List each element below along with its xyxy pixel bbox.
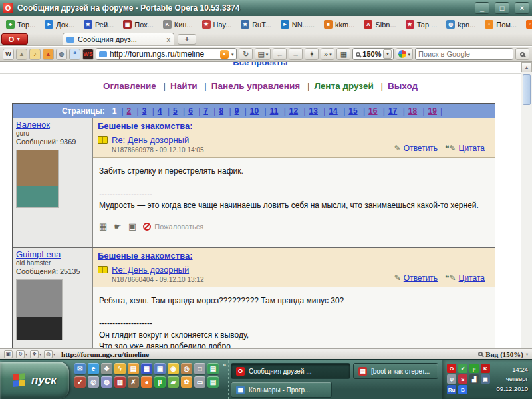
outlook-express-icon[interactable]: ✉ [74, 363, 86, 374]
sync-icon[interactable]: ↻ [16, 350, 25, 358]
page-link[interactable]: 16 [368, 106, 377, 116]
forum-nav-link[interactable]: Панель управления [211, 81, 300, 91]
zoom-control[interactable]: 150% ▾ [352, 48, 394, 60]
page-link[interactable]: 10 [250, 106, 259, 116]
bookmark-item[interactable]: ■ kkm... [324, 20, 354, 29]
forum-nav-link[interactable]: Лента друзей [314, 81, 373, 91]
forum-nav-link[interactable]: Найти [170, 81, 197, 91]
page-link[interactable]: 8 [219, 106, 223, 116]
page-link[interactable]: 4 [158, 106, 162, 116]
scrollbar-thumb[interactable] [523, 74, 531, 105]
bookmark-item[interactable]: ◍ kpn... [446, 20, 475, 29]
page-link[interactable]: 2 [127, 106, 132, 116]
page-link[interactable]: 7 [203, 106, 208, 116]
wand-button[interactable]: ✶ [305, 48, 319, 60]
fire-icon[interactable]: ▲ [43, 49, 54, 60]
rss-icon[interactable] [220, 50, 229, 59]
page-link[interactable]: 18 [408, 106, 417, 116]
taskbar-window-document[interactable]: ▤ [boot и как стерет... [353, 363, 438, 379]
forum-nav-link[interactable]: Выход [388, 81, 418, 91]
back-button[interactable]: ← [273, 48, 287, 60]
excel-doc2-icon[interactable]: ▤ [207, 376, 219, 388]
cd-icon[interactable]: ◎ [88, 376, 99, 388]
page-link[interactable]: 5 [173, 106, 178, 116]
page-link[interactable]: 9 [235, 106, 239, 116]
address-bar[interactable]: http://forum.ngs.ru/timeline ▾ [96, 48, 237, 60]
kaspersky-tray-icon[interactable]: K [481, 364, 490, 373]
globe-icon[interactable]: ◍ [56, 49, 67, 60]
start-button[interactable]: пуск [0, 362, 69, 399]
topic-link[interactable]: Re: День дозорный [112, 265, 189, 275]
archive-icon[interactable]: □ [194, 363, 205, 374]
opera-tray-icon[interactable]: O [447, 364, 456, 373]
new-tab-button[interactable]: + [178, 34, 196, 45]
maximize-button[interactable]: □ [495, 2, 509, 14]
utorrent-tray-icon[interactable]: µ [469, 364, 479, 373]
view-zoom-control[interactable]: Вид (150%) ▾ [478, 350, 528, 358]
copy-icon[interactable]: ▣ [128, 221, 136, 231]
opera-menu-button[interactable]: O ▼ [1, 33, 28, 45]
reply-link[interactable]: Ответить [404, 144, 438, 153]
spider-app-icon[interactable]: ❖ [101, 363, 112, 374]
bookmark-item[interactable]: ► NN...... [281, 20, 315, 29]
usb-tray-icon[interactable]: ψ [447, 374, 456, 384]
taskbar-window-opera[interactable]: O Сообщния друзей ... [231, 363, 350, 379]
gesture-icon[interactable]: ❖ [30, 350, 39, 358]
bookmark-item[interactable]: ★ Нау... [202, 20, 232, 29]
firefox-icon[interactable]: ◕ [141, 376, 152, 388]
language-indicator[interactable]: Ru [447, 385, 456, 394]
bookmark-item[interactable]: K Кин... [163, 20, 193, 29]
chevron-down-icon[interactable]: ▾ [231, 52, 234, 57]
printer-icon[interactable]: ▦ [99, 221, 107, 231]
page-link[interactable]: 12 [289, 106, 298, 116]
page-link[interactable]: 11 [270, 106, 279, 116]
overflow-chevron-icon[interactable]: » [223, 362, 226, 368]
cd-help-icon[interactable]: ◍ [101, 376, 112, 388]
bookmark-item[interactable]: ♣ Тор... [6, 20, 35, 29]
minimize-button[interactable]: _ [475, 2, 489, 14]
quote-link[interactable]: Цитата [459, 144, 485, 153]
green-app-tray-icon[interactable]: ✓ [458, 364, 467, 373]
url-text[interactable]: http://forum.ngs.ru/timeline [110, 49, 217, 59]
drive-icon[interactable]: ▭ [194, 376, 205, 388]
green-folder-icon[interactable]: ▰ [168, 376, 179, 388]
search-submit-button[interactable] [515, 48, 529, 60]
photo-tray-icon[interactable]: ▣ [481, 374, 490, 384]
close-button[interactable]: × [515, 2, 529, 14]
forum-nav-link[interactable]: Оглавление [103, 81, 156, 91]
utorrent-icon[interactable]: µ [154, 376, 166, 388]
reply-link[interactable]: Ответить [404, 273, 438, 283]
topic-link[interactable]: Re: День дозорный [112, 135, 189, 145]
page-link[interactable]: 15 [348, 106, 357, 116]
fast-forward-button[interactable]: » ▾ [321, 48, 334, 60]
computer-icon[interactable]: ▣ [154, 363, 166, 374]
search-input[interactable] [418, 50, 510, 58]
folder-check-icon[interactable]: ▤ [128, 363, 139, 374]
weapon-icon[interactable]: ✗ [128, 376, 139, 388]
wikipedia-icon[interactable]: W [3, 49, 14, 60]
panels-toggle-icon[interactable]: ▣ [4, 350, 13, 358]
forward-button[interactable]: → [289, 48, 303, 60]
bookmark-item[interactable]: ★ Рей... [84, 20, 114, 29]
bookmark-item[interactable]: ▫ : каб... [526, 20, 532, 29]
red-book-icon[interactable]: ▥ [114, 376, 126, 388]
bluetooth-tray-icon[interactable]: B [458, 385, 467, 394]
music-icon[interactable]: ♪ [29, 49, 41, 60]
system-utility-icon[interactable]: ✓ [74, 376, 86, 388]
download-master-tray-icon[interactable]: S [458, 374, 467, 384]
tab-forum-messages[interactable]: Сообщния друз... x [63, 33, 174, 45]
panels-button[interactable]: ▦ [336, 48, 350, 60]
page-scrollbar[interactable]: ▲ [521, 62, 532, 348]
page-link[interactable]: 19 [428, 106, 437, 116]
views-button[interactable]: ▤ ▾ [255, 48, 271, 60]
excel-doc-icon[interactable]: ▤ [207, 363, 219, 374]
chrome-icon[interactable]: ◉ [168, 363, 179, 374]
bookmark-item[interactable]: Λ Sibn... [364, 20, 396, 29]
ws-icon[interactable]: WS [82, 49, 94, 60]
reload-button[interactable]: ↻ [239, 48, 253, 60]
winamp-icon[interactable]: ϟ [114, 363, 126, 374]
butterfly-icon[interactable]: ✿ [181, 376, 192, 388]
quote-link[interactable]: Цитата [459, 273, 485, 283]
page-link[interactable]: 13 [309, 106, 318, 116]
mountain-icon[interactable]: ▲ [16, 49, 27, 60]
